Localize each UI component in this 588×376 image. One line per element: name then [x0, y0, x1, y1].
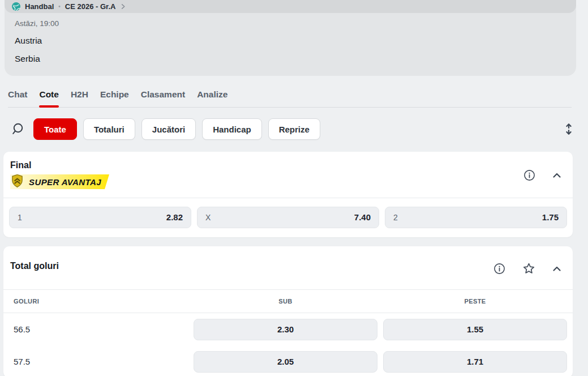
tab-echipe[interactable]: Echipe: [100, 84, 129, 107]
info-icon[interactable]: [492, 262, 507, 276]
final-odds-row: 1 2.82 X 7.40 2 1.75: [3, 198, 573, 237]
odd-value: 2.82: [166, 212, 183, 222]
breadcrumb-competition: CE 2026 - Gr.A: [65, 2, 116, 11]
market-title-total-goluri: Total goluri: [10, 261, 59, 276]
home-team-name: Austria: [15, 32, 566, 50]
tab-cote[interactable]: Cote: [39, 84, 58, 107]
shield-icon: [11, 174, 24, 190]
goals-line-label: 56.5: [9, 324, 188, 334]
breadcrumb-separator: •: [58, 3, 61, 10]
column-header-goluri: GOLURI: [9, 298, 188, 305]
odd-button-draw[interactable]: X 7.40: [197, 207, 379, 228]
odd-label: X: [205, 213, 211, 222]
tab-clasament[interactable]: Clasament: [141, 84, 185, 107]
odd-button-peste[interactable]: 1.55: [383, 319, 567, 340]
totals-row: 57.5 2.05 1.71: [3, 345, 573, 376]
breadcrumb-sport: Handbal: [25, 2, 54, 11]
totals-table-header: GOLURI SUB PESTE: [3, 290, 573, 313]
search-icon[interactable]: [8, 119, 27, 139]
tab-bar: Chat Cote H2H Echipe Clasament Analize: [8, 84, 572, 108]
column-header-peste: PESTE: [383, 298, 567, 305]
filter-chip-handicap[interactable]: Handicap: [202, 118, 262, 140]
match-page: Handbal • CE 2026 - Gr.A Astăzi, 19:00 A…: [0, 0, 588, 376]
collapse-chevron-icon[interactable]: [551, 171, 563, 180]
totals-row: 56.5 2.30 1.55: [3, 313, 573, 345]
goals-line-label: 57.5: [9, 357, 188, 366]
odd-value: 7.40: [354, 212, 371, 222]
super-avantaj-label: SUPER AVANTAJ: [29, 177, 101, 187]
final-card-header: Final SUPER AVANTAJ: [3, 152, 573, 198]
expand-collapse-all-icon[interactable]: [561, 120, 577, 138]
odd-label: 2: [393, 213, 398, 222]
match-date-time: Astăzi, 19:00: [15, 19, 566, 28]
match-header: Handbal • CE 2026 - Gr.A Astăzi, 19:00 A…: [5, 0, 576, 76]
odd-button-peste[interactable]: 1.71: [383, 351, 567, 373]
column-header-sub: SUB: [194, 298, 377, 305]
odd-value: 1.75: [542, 212, 559, 222]
filter-chip-reprize[interactable]: Reprize: [268, 118, 320, 140]
totals-card-header: Total goluri: [3, 246, 573, 289]
odd-label: 1: [18, 213, 22, 222]
filter-chip-totaluri[interactable]: Totaluri: [83, 118, 135, 140]
market-filter-row: Toate Totaluri Jucători Handicap Reprize: [8, 116, 577, 143]
chevron-right-icon: [120, 3, 126, 10]
handball-sport-icon: [12, 2, 20, 11]
super-avantaj-badge: SUPER AVANTAJ: [10, 174, 109, 189]
tab-h2h[interactable]: H2H: [71, 84, 88, 107]
tab-chat[interactable]: Chat: [8, 84, 27, 107]
away-team-name: Serbia: [15, 50, 566, 68]
breadcrumb[interactable]: Handbal • CE 2026 - Gr.A: [5, 0, 576, 13]
favorite-star-icon[interactable]: [521, 261, 537, 276]
market-card-final: Final SUPER AVANTAJ: [3, 152, 573, 237]
odd-button-away[interactable]: 2 1.75: [385, 207, 567, 228]
filter-chip-toate[interactable]: Toate: [33, 118, 77, 140]
odd-button-home[interactable]: 1 2.82: [9, 207, 191, 228]
collapse-chevron-icon[interactable]: [551, 264, 563, 273]
market-card-total-goluri: Total goluri: [3, 246, 573, 376]
filter-chip-jucatori[interactable]: Jucători: [141, 118, 196, 140]
odd-button-sub[interactable]: 2.05: [194, 351, 377, 373]
odd-button-sub[interactable]: 2.30: [194, 319, 377, 340]
tab-analize[interactable]: Analize: [197, 84, 228, 107]
match-info: Astăzi, 19:00 Austria Serbia: [5, 13, 576, 76]
market-title-final: Final: [10, 160, 109, 170]
info-icon[interactable]: [522, 168, 537, 182]
